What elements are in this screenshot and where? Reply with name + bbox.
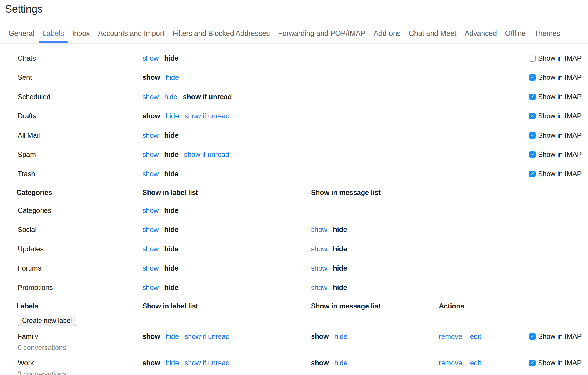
hide-option[interactable]: hide <box>334 332 348 340</box>
hide-option: hide <box>164 131 179 139</box>
label-list-visibility-options: showhideshow if unread <box>142 93 232 101</box>
category-row: Categoriesshowhide <box>0 201 588 220</box>
message-list-visibility-options: showhide <box>311 332 347 341</box>
conversation-count: 0 conversations <box>18 344 66 352</box>
hide-option[interactable]: hide <box>334 359 348 367</box>
show-in-imap-checkbox[interactable]: ✓ <box>529 171 536 177</box>
user-label-row: Family0 conversationsshowhideshow if unr… <box>0 328 588 355</box>
tab-add-ons[interactable]: Add-ons <box>369 25 405 43</box>
create-new-label-button[interactable]: Create new label <box>18 315 76 326</box>
show-if-unread-option[interactable]: show if unread <box>184 112 229 120</box>
tab-filters-and-blocked-addresses[interactable]: Filters and Blocked Addresses <box>169 25 274 43</box>
tab-advanced[interactable]: Advanced <box>460 25 501 43</box>
show-in-imap: ✓Show in IMAP <box>529 131 582 140</box>
show-option[interactable]: show <box>311 264 327 272</box>
show-option[interactable]: show <box>142 264 159 272</box>
remove-action[interactable]: remove <box>439 359 462 367</box>
show-in-imap-label: Show in IMAP <box>538 150 582 159</box>
show-in-imap: ✓Show in IMAP <box>529 150 582 159</box>
show-in-imap-label: Show in IMAP <box>538 112 582 120</box>
show-if-unread-option[interactable]: show if unread <box>184 332 229 340</box>
category-row: Updatesshowhideshowhide <box>0 239 588 259</box>
show-in-imap: ✓Show in IMAP <box>529 93 582 101</box>
show-in-imap-checkbox[interactable]: ✓ <box>529 132 536 139</box>
page-title: Settings <box>5 3 43 15</box>
tab-labels[interactable]: Labels <box>39 25 68 43</box>
hide-option: hide <box>333 245 347 253</box>
show-option[interactable]: show <box>142 245 159 253</box>
message-list-visibility-options: showhide <box>311 359 347 367</box>
label-list-visibility-options: showhide <box>142 245 179 253</box>
show-if-unread-option[interactable]: show if unread <box>184 359 229 367</box>
categories-header: Categories <box>16 188 52 197</box>
labels-header-row: Labels Show in label list Show in messag… <box>0 298 588 314</box>
show-option[interactable]: show <box>142 170 159 178</box>
show-option[interactable]: show <box>142 283 159 291</box>
hide-option: hide <box>164 264 179 272</box>
show-option[interactable]: show <box>142 150 159 158</box>
show-option[interactable]: show <box>311 225 327 233</box>
show-if-unread-option[interactable]: show if unread <box>184 150 229 158</box>
tab-bar-divider <box>0 43 588 44</box>
label-list-visibility-options: showhideshow if unread <box>142 359 229 367</box>
message-list-visibility-options: showhide <box>311 225 347 234</box>
tab-general[interactable]: General <box>4 25 39 43</box>
show-in-imap-checkbox[interactable]: ✓ <box>529 333 536 340</box>
show-in-imap-checkbox[interactable]: ✓ <box>529 360 536 366</box>
category-name: Social <box>18 225 36 234</box>
tab-forwarding-and-pop-imap[interactable]: Forwarding and POP/IMAP <box>274 25 369 43</box>
categories-header-row: Categories Show in label list Show in me… <box>0 184 588 201</box>
tab-inbox[interactable]: Inbox <box>68 25 94 43</box>
remove-action[interactable]: remove <box>439 332 462 340</box>
hide-option[interactable]: hide <box>166 73 179 81</box>
settings-tab-bar: GeneralLabelsInboxAccounts and ImportFil… <box>4 25 564 43</box>
label-list-visibility-options: showhideshow if unread <box>142 332 229 341</box>
categories-section: Categories Show in label list Show in me… <box>0 184 588 297</box>
show-option[interactable]: show <box>142 93 159 101</box>
show-option[interactable]: show <box>142 225 159 233</box>
show-in-imap-checkbox[interactable]: ✓ <box>529 94 536 100</box>
hide-option: hide <box>333 225 347 233</box>
hide-option[interactable]: hide <box>166 359 179 367</box>
hide-option: hide <box>333 283 347 291</box>
actions-header: Actions <box>439 302 464 310</box>
label-list-visibility-options: showhideshow if unread <box>142 112 229 120</box>
show-option[interactable]: show <box>311 283 327 291</box>
label-name: All Mail <box>18 131 40 140</box>
show-option[interactable]: show <box>311 245 327 253</box>
label-actions: removeedit <box>439 332 489 341</box>
category-name: Forums <box>18 264 41 272</box>
category-name: Updates <box>18 245 44 253</box>
label-name: Trash <box>18 170 35 178</box>
category-row: Forumsshowhideshowhide <box>0 259 588 278</box>
show-in-imap-checkbox[interactable]: ✓ <box>529 113 536 119</box>
category-row: Promotionsshowhideshowhide <box>0 278 588 297</box>
hide-option: hide <box>164 150 179 158</box>
hide-option: hide <box>164 54 179 62</box>
hide-option[interactable]: hide <box>166 112 179 120</box>
edit-action[interactable]: edit <box>470 332 481 340</box>
show-in-imap-checkbox[interactable]: ✓ <box>529 151 536 158</box>
show-in-imap-checkbox[interactable]: ✓ <box>529 74 536 81</box>
label-list-visibility-options: showhide <box>142 264 179 272</box>
label-list-visibility-options: showhide <box>142 206 179 215</box>
tab-accounts-and-import[interactable]: Accounts and Import <box>94 25 169 43</box>
system-labels-section: ChatsshowhideShow in IMAPSentshowhide✓Sh… <box>0 49 588 184</box>
tab-themes[interactable]: Themes <box>530 25 564 43</box>
tab-offline[interactable]: Offline <box>501 25 530 43</box>
system-label-row: Draftsshowhideshow if unread✓Show in IMA… <box>0 107 588 126</box>
show-in-label-list-header: Show in label list <box>142 302 198 310</box>
label-name: Chats <box>18 54 36 62</box>
show-in-imap-checkbox[interactable] <box>529 55 536 62</box>
show-option[interactable]: show <box>142 54 159 62</box>
show-option: show <box>142 332 160 340</box>
show-in-imap: ✓Show in IMAP <box>529 112 582 120</box>
show-in-imap-label: Show in IMAP <box>538 93 582 101</box>
hide-option[interactable]: hide <box>164 93 177 101</box>
tab-chat-and-meet[interactable]: Chat and Meet <box>405 25 460 43</box>
edit-action[interactable]: edit <box>470 359 481 367</box>
show-option[interactable]: show <box>142 131 159 139</box>
hide-option[interactable]: hide <box>166 332 179 340</box>
show-option[interactable]: show <box>142 206 159 214</box>
system-label-row: ChatsshowhideShow in IMAP <box>0 49 588 68</box>
